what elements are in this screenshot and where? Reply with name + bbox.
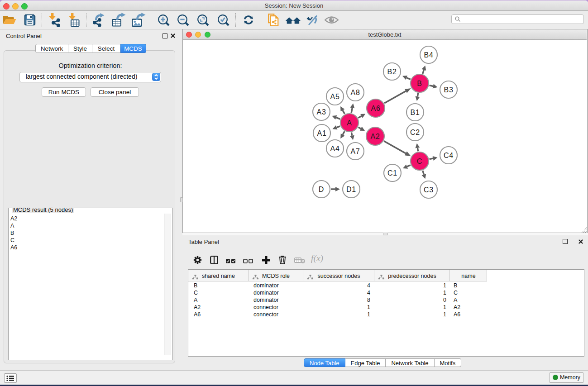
svg-text:A6: A6 — [371, 105, 380, 112]
svg-text:C3: C3 — [424, 186, 434, 194]
svg-text:B4: B4 — [424, 51, 433, 59]
svg-text:B2: B2 — [387, 68, 397, 76]
svg-text:A: A — [347, 119, 352, 127]
svg-text:B: B — [417, 80, 422, 87]
svg-text:A3: A3 — [316, 108, 326, 116]
svg-text:A8: A8 — [350, 89, 360, 96]
svg-text:A2: A2 — [370, 133, 380, 140]
svg-text:C1: C1 — [387, 169, 397, 177]
svg-text:B3: B3 — [444, 86, 453, 94]
svg-text:B1: B1 — [410, 109, 420, 116]
svg-text:A7: A7 — [350, 148, 360, 155]
svg-text:C: C — [417, 157, 422, 165]
svg-text:A4: A4 — [330, 145, 339, 152]
svg-text:A5: A5 — [330, 93, 339, 100]
svg-text:C2: C2 — [410, 129, 420, 136]
svg-text:D: D — [319, 186, 324, 193]
svg-text:D1: D1 — [346, 186, 356, 193]
svg-text:A1: A1 — [317, 129, 326, 137]
svg-text:C4: C4 — [444, 152, 454, 159]
